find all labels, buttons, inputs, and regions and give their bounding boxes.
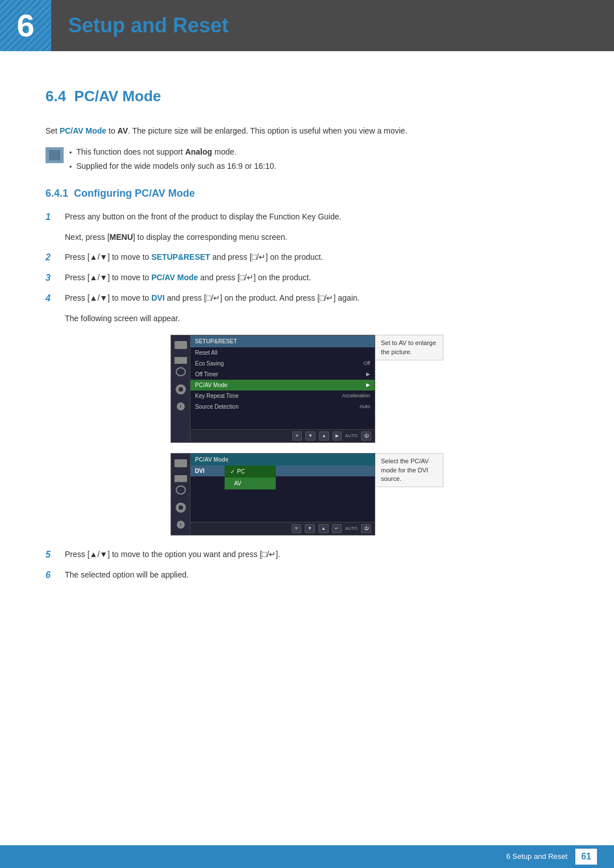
submenu-popup: ✓ PC AV <box>225 466 276 489</box>
screen2-caption: Select the PC/AV mode for the DVI source… <box>375 453 443 487</box>
step-4: 4 Press [▲/▼] to move to DVI and press [… <box>45 292 569 305</box>
section-heading: 6.4 PC/AV Mode <box>45 85 569 111</box>
screen1-spacer <box>190 412 375 429</box>
bullet-2: • <box>69 162 72 172</box>
screen-icon-s2-2 <box>175 475 187 477</box>
footer-page-number: 61 <box>575 849 597 865</box>
step-text-3: Press [▲/▼] to move to PC/AV Mode and pr… <box>65 271 569 284</box>
section-title: PC/AV Mode <box>74 88 161 105</box>
note-text-2: Supplied for the wide models only such a… <box>76 160 276 172</box>
screen1-caption: Set to AV to enlarge the picture. <box>375 335 443 360</box>
screen-icon-2 <box>175 357 187 359</box>
menu-row-dvi: DVI ✓ PC AV <box>190 466 375 476</box>
screen-sidebar-2: i <box>171 454 190 535</box>
screen-mockups: i SETUP&RESET Reset All Eco Saving Off O… <box>45 335 569 535</box>
step-subtext-4: The following screen will appear. <box>65 312 569 325</box>
note-icon-inner <box>49 150 60 160</box>
screen1-header: SETUP&RESET <box>190 335 375 347</box>
screen2-bottom-bar: ✕ ▼ ▲ ↵ AUTO ⏻ <box>190 522 375 535</box>
step-number-3: 3 <box>45 271 57 285</box>
step-number-2: 2 <box>45 251 57 264</box>
screen-icon-4 <box>176 384 186 394</box>
section-number: 6.4 <box>45 88 66 105</box>
step-1: 1 Press any button on the front of the p… <box>45 210 569 224</box>
intro-text: Set PC/AV Mode to AV. The picture size w… <box>45 124 569 137</box>
step-3: 3 Press [▲/▼] to move to PC/AV Mode and … <box>45 271 569 285</box>
step-number-5: 5 <box>45 548 57 562</box>
chapter-number: 6 <box>16 2 34 49</box>
screen1-bottom-bar: ✕ ▼ ▲ ▶ AUTO ⏻ <box>190 429 375 442</box>
note-content: • This function does not support Analog … <box>69 146 569 175</box>
step-subtext-1: Next, press [MENU] to display the corres… <box>65 231 569 243</box>
chapter-number-box: 6 <box>0 0 51 51</box>
submenu-item-av: AV <box>225 477 276 489</box>
note-text-1: This function does not support Analog mo… <box>76 146 237 158</box>
page-footer: 6 Setup and Reset 61 <box>0 845 614 868</box>
screen-icon-s2-4 <box>176 502 186 513</box>
step-5: 5 Press [▲/▼] to move to the option you … <box>45 548 569 562</box>
step-text-6: The selected option will be applied. <box>65 568 569 581</box>
screen2-header: PC/AV Mode <box>190 454 375 466</box>
screen-wrap-2: i PC/AV Mode DVI ✓ PC <box>171 453 443 535</box>
screen-sidebar-1: i <box>171 335 190 442</box>
menu-row-eco: Eco Saving Off <box>190 358 375 369</box>
step-text-1: Press any button on the front of the pro… <box>65 210 569 223</box>
screen-icon-3 <box>176 367 186 376</box>
chapter-header: 6 Setup and Reset <box>0 0 614 51</box>
screen-menu-2: PC/AV Mode DVI ✓ PC AV <box>190 454 375 535</box>
subsection-number: 6.4.1 <box>45 188 68 199</box>
note-item-1: • This function does not support Analog … <box>69 146 569 158</box>
step-text-2: Press [▲/▼] to move to SETUP&RESET and p… <box>65 251 569 263</box>
screen-mockup-2: i PC/AV Mode DVI ✓ PC <box>171 453 375 535</box>
note-icon <box>45 147 64 163</box>
step-text-5: Press [▲/▼] to move to the option you wa… <box>65 548 569 560</box>
step-number-6: 6 <box>45 568 57 582</box>
screen-icon-s2-5: i <box>177 521 185 529</box>
step-number-1: 1 <box>45 210 57 224</box>
menu-row-pcav: PC/AV Mode ▶ <box>190 380 375 391</box>
screen-icon-5: i <box>177 402 185 410</box>
menu-row-offtimer: Off Timer ▶ <box>190 369 375 380</box>
step-6: 6 The selected option will be applied. <box>45 568 569 582</box>
screen-menu-1: SETUP&RESET Reset All Eco Saving Off Off… <box>190 335 375 442</box>
screen-wrap-1: i SETUP&RESET Reset All Eco Saving Off O… <box>171 335 443 443</box>
note-box: • This function does not support Analog … <box>45 146 569 175</box>
step-number-4: 4 <box>45 292 57 305</box>
step-2: 2 Press [▲/▼] to move to SETUP&RESET and… <box>45 251 569 264</box>
screen-icon-s2-3 <box>176 485 186 495</box>
chapter-title-text: Setup and Reset <box>68 14 229 37</box>
step-text-4: Press [▲/▼] to move to DVI and press [□/… <box>65 292 569 304</box>
main-content: 6.4 PC/AV Mode Set PC/AV Mode to AV. The… <box>0 51 614 634</box>
bullet-1: • <box>69 148 72 158</box>
subsection-heading: 6.4.1 Configuring PC/AV Mode <box>45 186 569 201</box>
menu-row-keyrepeat: Key Repeat Time Acceleration <box>190 391 375 401</box>
screen-mockup-1: i SETUP&RESET Reset All Eco Saving Off O… <box>171 335 375 443</box>
chapter-title: Setup and Reset <box>51 10 229 41</box>
submenu-item-pc: ✓ PC <box>225 466 276 477</box>
screen-icon-s2-1 <box>175 459 187 467</box>
screen2-spacer <box>190 476 375 522</box>
menu-row-reset-all: Reset All <box>190 347 375 358</box>
footer-label: 6 Setup and Reset <box>507 851 568 862</box>
note-item-2: • Supplied for the wide models only such… <box>69 160 569 172</box>
menu-row-sourcedetect: Source Detection Auto <box>190 401 375 412</box>
subsection-title: Configuring PC/AV Mode <box>74 188 195 199</box>
screen-icon-1 <box>175 341 187 349</box>
